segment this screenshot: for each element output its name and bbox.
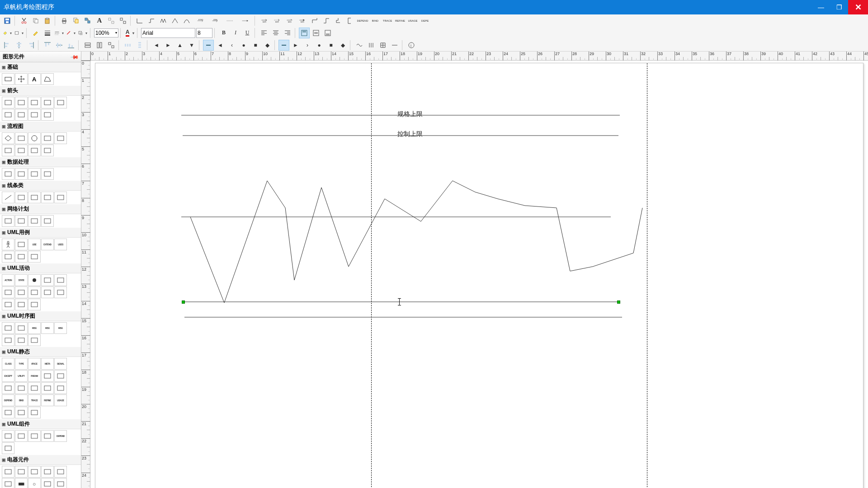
shape-comp4[interactable] xyxy=(41,430,54,442)
line-tri-icon[interactable] xyxy=(170,15,180,26)
shape-grid2[interactable] xyxy=(15,215,28,227)
line-elbow-icon[interactable] xyxy=(134,15,145,26)
shape-rect2[interactable] xyxy=(15,132,28,144)
nudge-left-icon[interactable]: ◄ xyxy=(151,40,162,51)
valign-top-icon[interactable] xyxy=(299,28,310,38)
shape-conn[interactable] xyxy=(2,478,14,488)
shape-action[interactable]: ACTION xyxy=(2,274,14,286)
paste-icon[interactable] xyxy=(42,15,53,26)
txt-depend-icon[interactable]: DEPEND xyxy=(356,15,369,26)
shape-dp2[interactable] xyxy=(15,168,28,180)
line-arc-icon[interactable] xyxy=(181,15,192,26)
shape-arr-curve[interactable] xyxy=(28,109,41,121)
line-arrow-txt-icon[interactable]: EXTEND xyxy=(193,15,208,26)
shape-la[interactable] xyxy=(2,382,14,394)
shape-arr-block[interactable] xyxy=(54,97,67,108)
end-arrow-icon[interactable]: ► xyxy=(290,40,301,51)
shape-text[interactable]: A xyxy=(28,73,41,85)
align-right-icon[interactable] xyxy=(282,28,293,38)
conn-ud-icon[interactable] xyxy=(309,15,320,26)
canvas-area[interactable]: 0123456789101112131415161718192021222324… xyxy=(81,52,868,488)
txt-refine-icon[interactable]: REFINE xyxy=(394,15,406,26)
obj-align-left-icon[interactable] xyxy=(2,40,13,51)
shape-para[interactable] xyxy=(41,132,54,144)
selection-handle-right[interactable] xyxy=(617,300,620,304)
shape-usage[interactable]: USAGE xyxy=(54,394,67,406)
shape-iface[interactable]: I/FACE xyxy=(28,358,41,370)
shape-tri[interactable] xyxy=(28,192,41,203)
sidebar-group-head[interactable]: 箭头 xyxy=(0,86,81,96)
shape-join[interactable] xyxy=(15,299,28,310)
shape-ln[interactable] xyxy=(2,251,14,263)
selection-handle-left[interactable] xyxy=(182,300,185,304)
sidebar-group-head[interactable]: 流程图 xyxy=(0,122,81,131)
shape-diode[interactable] xyxy=(28,466,41,478)
shape-msg1[interactable]: MSG xyxy=(28,322,41,334)
conn-bracket-icon[interactable] xyxy=(344,15,355,26)
sidebar-group-head[interactable]: 基础 xyxy=(0,62,81,72)
save-icon[interactable] xyxy=(2,15,13,26)
font-select[interactable] xyxy=(141,28,195,38)
shape-depend[interactable]: DEPEND xyxy=(2,394,14,406)
ungroup-icon[interactable] xyxy=(118,15,128,26)
end-diamond-icon[interactable]: ◆ xyxy=(337,40,348,51)
shape-res[interactable] xyxy=(2,466,14,478)
shape-db[interactable] xyxy=(28,145,41,156)
sidebar-group-head[interactable]: UML用例 xyxy=(0,228,81,238)
shape-d2[interactable] xyxy=(54,382,67,394)
shape-signal[interactable]: SIGNAL xyxy=(54,358,67,370)
sidebar-group-head[interactable]: 数据处理 xyxy=(0,157,81,167)
txt-bind-icon[interactable]: BIND xyxy=(370,15,381,26)
sidebar-group-head[interactable]: UML时序图 xyxy=(0,311,81,321)
pin-icon[interactable]: 📌 xyxy=(70,52,80,61)
shape-gate[interactable] xyxy=(41,466,54,478)
arr-msg4-icon[interactable]: MSG xyxy=(297,15,308,26)
shape-meta[interactable]: META xyxy=(41,358,54,370)
shape-dp4[interactable] xyxy=(41,168,54,180)
shape-arr-both[interactable] xyxy=(41,97,54,108)
shape-arr-ul[interactable] xyxy=(15,109,28,121)
line-solid-arrow-icon[interactable] xyxy=(238,15,253,26)
shape-comp2[interactable] xyxy=(15,430,28,442)
shape-switch[interactable] xyxy=(41,478,54,488)
shape-use[interactable]: USE xyxy=(28,239,41,250)
shape-diamond[interactable] xyxy=(2,132,14,144)
zoom-select[interactable]: 100%▾ xyxy=(94,28,118,38)
shape-pkg1[interactable] xyxy=(2,407,14,418)
shape-msg2[interactable]: MSG xyxy=(41,322,54,334)
txt-depe-icon[interactable]: DEPE xyxy=(420,15,430,26)
shape-bl[interactable] xyxy=(15,334,28,346)
shape-bent[interactable] xyxy=(28,382,41,394)
shape-line[interactable] xyxy=(2,192,14,203)
shape-extend[interactable]: EXTEND xyxy=(41,239,54,250)
shape-rect4[interactable] xyxy=(54,370,67,382)
underline-icon[interactable]: U xyxy=(242,28,253,38)
valign-bot-icon[interactable] xyxy=(322,28,333,38)
obj-align-center-icon[interactable] xyxy=(14,40,24,51)
line-dash-style-icon[interactable] xyxy=(54,28,65,38)
connector-bars-icon[interactable] xyxy=(366,40,377,51)
shape-pkg3[interactable] xyxy=(28,407,41,418)
line-step-icon[interactable] xyxy=(146,15,157,26)
shape-split[interactable] xyxy=(54,274,67,286)
line-color-icon[interactable] xyxy=(66,28,76,38)
shadow-icon[interactable] xyxy=(77,28,88,38)
shape-branch[interactable] xyxy=(28,286,41,298)
shape-utility[interactable]: UTILITY xyxy=(15,370,28,382)
bold-icon[interactable]: B xyxy=(218,28,229,38)
shape-step2[interactable] xyxy=(15,382,28,394)
fill-color-icon[interactable] xyxy=(2,28,13,38)
txt-usage-icon[interactable]: USAGE xyxy=(407,15,419,26)
sidebar-group-head[interactable]: 电器元件 xyxy=(0,455,81,465)
text-tool-icon[interactable]: A xyxy=(94,15,105,26)
shape-dot2[interactable] xyxy=(41,274,54,286)
line-arrow-txt2-icon[interactable]: USES xyxy=(209,15,222,26)
shape-round-rect[interactable] xyxy=(2,145,14,156)
dist-v-icon[interactable] xyxy=(134,40,145,51)
shape-comp5[interactable] xyxy=(2,442,14,454)
shape-arrow[interactable] xyxy=(41,286,54,298)
sidebar-group-head[interactable]: 线条类 xyxy=(0,181,81,191)
shape-dp3[interactable] xyxy=(28,168,41,180)
shape-fork[interactable] xyxy=(2,286,14,298)
nudge-down-icon[interactable]: ▼ xyxy=(186,40,197,51)
